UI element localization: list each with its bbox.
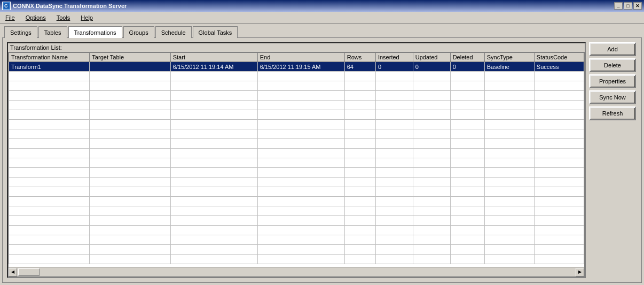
svg-text:C: C — [4, 3, 8, 9]
tab-bar: Settings Tables Transformations Groups S… — [2, 26, 642, 37]
tab-content: Transformation List: Transformation Name… — [2, 37, 642, 283]
app-icon: C — [2, 2, 11, 10]
table-row-empty[interactable] — [9, 178, 584, 187]
table-row-empty[interactable] — [9, 81, 584, 91]
cell-statuscode: Success — [534, 62, 584, 72]
transformation-table: Transformation Name Target Table Start E… — [9, 52, 584, 264]
cell-start: 6/15/2012 11:19:14 AM — [170, 62, 257, 72]
menu-bar: File Options Tools Help — [0, 12, 644, 24]
properties-button[interactable]: Properties — [589, 74, 636, 88]
table-row-empty[interactable] — [9, 129, 584, 139]
horizontal-scrollbar[interactable]: ◀ ▶ — [9, 267, 584, 276]
minimize-button[interactable]: _ — [614, 2, 623, 10]
sync-now-button[interactable]: Sync Now — [589, 90, 636, 104]
close-button[interactable]: ✕ — [633, 2, 642, 10]
menu-help[interactable]: Help — [77, 13, 96, 22]
table-row-empty[interactable] — [9, 158, 584, 168]
table-row-empty[interactable] — [9, 72, 584, 81]
content-area: Transformation List: Transformation Name… — [5, 40, 639, 280]
table-row-empty[interactable] — [9, 110, 584, 120]
cell-target — [90, 62, 170, 72]
menu-options[interactable]: Options — [22, 13, 49, 22]
scroll-right-arrow[interactable]: ▶ — [576, 268, 584, 276]
col-header-name: Transformation Name — [9, 53, 90, 62]
table-row-empty[interactable] — [9, 245, 584, 255]
col-header-updated: Updated — [413, 53, 450, 62]
col-header-rows: Rows — [344, 53, 375, 62]
table-row[interactable]: Transform1 6/15/2012 11:19:14 AM 6/15/20… — [9, 62, 584, 72]
cell-rows: 64 — [344, 62, 375, 72]
table-row-empty[interactable] — [9, 168, 584, 178]
tab-groups[interactable]: Groups — [123, 26, 154, 38]
table-row-empty[interactable] — [9, 101, 584, 110]
table-row-empty[interactable] — [9, 235, 584, 245]
menu-file[interactable]: File — [2, 13, 18, 22]
table-row-empty[interactable] — [9, 216, 584, 226]
cell-inserted: 0 — [375, 62, 413, 72]
delete-button[interactable]: Delete — [589, 58, 636, 72]
table-row-empty[interactable] — [9, 120, 584, 129]
cell-synctype: Baseline — [484, 62, 534, 72]
cell-deleted: 0 — [450, 62, 484, 72]
table-row-empty[interactable] — [9, 206, 584, 216]
tab-settings[interactable]: Settings — [4, 26, 37, 38]
tab-global-tasks[interactable]: Global Tasks — [193, 26, 238, 38]
col-header-deleted: Deleted — [450, 53, 484, 62]
window-controls[interactable]: _ □ ✕ — [614, 2, 642, 10]
table-row-empty[interactable] — [9, 255, 584, 264]
col-header-statuscode: StatusCode — [534, 53, 584, 62]
cell-name: Transform1 — [9, 62, 90, 72]
menu-tools[interactable]: Tools — [53, 13, 74, 22]
add-button[interactable]: Add — [589, 42, 636, 56]
maximize-button[interactable]: □ — [624, 2, 632, 10]
scroll-left-arrow[interactable]: ◀ — [9, 268, 17, 276]
tab-schedule[interactable]: Schedule — [155, 26, 192, 38]
tab-tables[interactable]: Tables — [38, 26, 67, 38]
table-row-empty[interactable] — [9, 139, 584, 149]
table-row-empty[interactable] — [9, 91, 584, 101]
table-row-empty[interactable] — [9, 197, 584, 206]
col-header-end: End — [257, 53, 344, 62]
table-row-empty[interactable] — [9, 149, 584, 158]
col-header-start: Start — [170, 53, 257, 62]
app-title: CONNX DataSync Transformation Server — [13, 3, 127, 9]
buttons-panel: Add Delete Properties Sync Now Refresh — [589, 42, 637, 278]
cell-updated: 0 — [413, 62, 450, 72]
list-panel-title: Transformation List: — [8, 43, 585, 52]
main-content: Settings Tables Transformations Groups S… — [0, 24, 644, 285]
col-header-inserted: Inserted — [375, 53, 413, 62]
tab-transformations[interactable]: Transformations — [68, 26, 122, 38]
scrollbar-thumb-h[interactable] — [18, 268, 40, 276]
col-header-synctype: SyncType — [484, 53, 534, 62]
table-row-empty[interactable] — [9, 187, 584, 197]
title-bar: C CONNX DataSync Transformation Server _… — [0, 0, 644, 12]
col-header-target: Target Table — [90, 53, 170, 62]
refresh-button[interactable]: Refresh — [589, 106, 636, 120]
table-row-empty[interactable] — [9, 226, 584, 235]
cell-end: 6/15/2012 11:19:15 AM — [257, 62, 344, 72]
